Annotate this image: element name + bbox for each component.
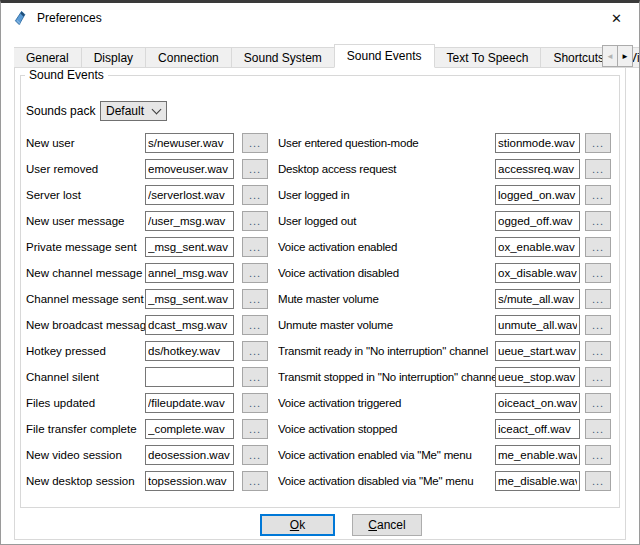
close-icon[interactable]: ✕ — [594, 3, 639, 33]
sound-event-label: Mute master volume — [278, 293, 495, 305]
browse-button[interactable]: ... — [585, 133, 611, 153]
browse-button[interactable]: ... — [585, 341, 611, 361]
browse-button[interactable]: ... — [242, 159, 268, 179]
browse-button[interactable]: ... — [585, 185, 611, 205]
sound-file-input[interactable] — [145, 289, 234, 309]
browse-button[interactable]: ... — [585, 263, 611, 283]
sound-file-input[interactable] — [495, 367, 580, 387]
sound-event-row: Voice activation disabled ... — [278, 260, 613, 286]
cancel-button[interactable]: Cancel — [352, 514, 422, 536]
browse-button[interactable]: ... — [585, 159, 611, 179]
browse-button[interactable]: ... — [242, 133, 268, 153]
sound-event-label: Desktop access request — [278, 163, 495, 175]
tab[interactable]: Sound Events — [334, 44, 435, 68]
sound-event-row: Desktop access request ... — [278, 156, 613, 182]
sound-event-row: Channel message sent ... — [26, 286, 276, 312]
browse-button[interactable]: ... — [242, 367, 268, 387]
sound-file-input[interactable] — [145, 367, 234, 387]
app-icon — [12, 10, 28, 26]
sound-event-row: Voice activation stopped ... — [278, 416, 613, 442]
sound-file-input[interactable] — [495, 315, 580, 335]
sound-event-row: New desktop session ... — [26, 468, 276, 494]
sound-event-row: File transfer complete ... — [26, 416, 276, 442]
browse-button[interactable]: ... — [242, 263, 268, 283]
sound-event-row: User entered question-mode ... — [278, 130, 613, 156]
sound-event-row: New user ... — [26, 130, 276, 156]
sound-events-left-column: New user ... User removed ... Server los… — [26, 130, 276, 494]
browse-button[interactable]: ... — [585, 367, 611, 387]
browse-button[interactable]: ... — [585, 289, 611, 309]
tab-scroll-right-icon[interactable]: ► — [617, 45, 633, 67]
sound-event-row: User logged out ... — [278, 208, 613, 234]
sound-event-label: Voice activation stopped — [278, 423, 495, 435]
sound-event-label: New broadcast message — [26, 319, 145, 331]
browse-button[interactable]: ... — [585, 315, 611, 335]
tab[interactable]: General — [14, 47, 82, 68]
sound-event-row: User removed ... — [26, 156, 276, 182]
browse-button[interactable]: ... — [242, 393, 268, 413]
browse-button[interactable]: ... — [242, 185, 268, 205]
browse-button[interactable]: ... — [242, 237, 268, 257]
sound-file-input[interactable] — [145, 419, 234, 439]
sound-file-input[interactable] — [495, 341, 580, 361]
sound-file-input[interactable] — [145, 341, 234, 361]
tab[interactable]: Sound System — [232, 47, 335, 68]
sound-event-row: New video session ... — [26, 442, 276, 468]
sound-event-row: Transmit stopped in "No interruption" ch… — [278, 364, 613, 390]
tab[interactable]: Connection — [146, 47, 232, 68]
sound-event-row: Voice activation enabled ... — [278, 234, 613, 260]
tab[interactable]: Text To Speech — [435, 47, 542, 68]
sound-file-input[interactable] — [495, 419, 580, 439]
sound-event-label: File transfer complete — [26, 423, 145, 435]
sound-events-tab-panel: Sound Events Sounds pack Default New use… — [14, 67, 626, 540]
browse-button[interactable]: ... — [585, 471, 611, 491]
sound-event-row: Files updated ... — [26, 390, 276, 416]
browse-button[interactable]: ... — [585, 419, 611, 439]
sound-file-input[interactable] — [495, 211, 580, 231]
browse-button[interactable]: ... — [242, 211, 268, 231]
ok-button[interactable]: Ok — [260, 514, 335, 536]
browse-button[interactable]: ... — [585, 445, 611, 465]
browse-button[interactable]: ... — [242, 471, 268, 491]
sound-file-input[interactable] — [145, 393, 234, 413]
browse-button[interactable]: ... — [242, 419, 268, 439]
sound-file-input[interactable] — [495, 237, 580, 257]
sound-event-row: User logged in ... — [278, 182, 613, 208]
sound-file-input[interactable] — [145, 315, 234, 335]
sound-event-label: Voice activation enabled via "Me" menu — [278, 449, 495, 461]
sound-event-label: New channel message — [26, 267, 145, 279]
sounds-pack-value: Default — [101, 104, 144, 118]
browse-button[interactable]: ... — [242, 315, 268, 335]
sounds-pack-label: Sounds pack — [26, 101, 95, 121]
tab-scroll-left-icon[interactable]: ◄ — [602, 45, 618, 67]
sound-file-input[interactable] — [145, 159, 234, 179]
sound-file-input[interactable] — [495, 471, 580, 491]
sound-file-input[interactable] — [145, 445, 234, 465]
browse-button[interactable]: ... — [585, 237, 611, 257]
sound-file-input[interactable] — [495, 159, 580, 179]
sound-file-input[interactable] — [495, 445, 580, 465]
browse-button[interactable]: ... — [242, 341, 268, 361]
sound-file-input[interactable] — [145, 211, 234, 231]
sound-event-row: New broadcast message ... — [26, 312, 276, 338]
sound-file-input[interactable] — [145, 263, 234, 283]
sound-file-input[interactable] — [495, 393, 580, 413]
sound-file-input[interactable] — [145, 185, 234, 205]
sound-event-label: Files updated — [26, 397, 145, 409]
sound-file-input[interactable] — [145, 237, 234, 257]
sound-event-row: Mute master volume ... — [278, 286, 613, 312]
sound-file-input[interactable] — [145, 133, 234, 153]
sound-event-row: Server lost ... — [26, 182, 276, 208]
tab[interactable]: Display — [82, 47, 146, 68]
browse-button[interactable]: ... — [585, 211, 611, 231]
sounds-pack-select[interactable]: Default — [100, 101, 167, 121]
browse-button[interactable]: ... — [242, 289, 268, 309]
sound-file-input[interactable] — [495, 185, 580, 205]
sound-file-input[interactable] — [145, 471, 234, 491]
sound-file-input[interactable] — [495, 133, 580, 153]
sound-event-label: New user message — [26, 215, 145, 227]
sound-file-input[interactable] — [495, 289, 580, 309]
browse-button[interactable]: ... — [585, 393, 611, 413]
browse-button[interactable]: ... — [242, 445, 268, 465]
sound-file-input[interactable] — [495, 263, 580, 283]
